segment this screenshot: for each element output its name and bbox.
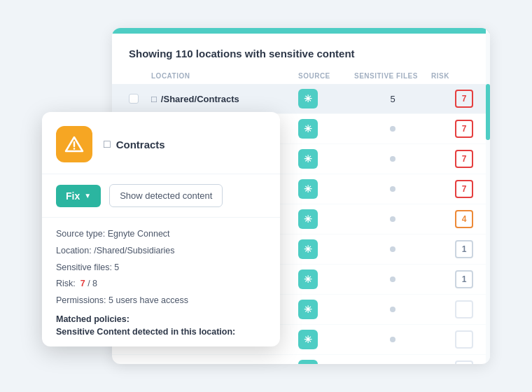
col-checkbox: [129, 72, 151, 80]
scrollbar[interactable]: [486, 28, 490, 364]
chevron-down-icon: ▼: [84, 192, 91, 200]
panel-header: Showing 110 locations with sensitive con…: [112, 34, 490, 68]
location-text: /Shared/Contracts: [161, 94, 239, 104]
table-row[interactable]: ✳: [112, 355, 490, 364]
col-risk: RISK: [431, 72, 473, 80]
popup-actions: Fix ▼ Show detected content: [42, 174, 280, 218]
sensitive-count: 5: [354, 94, 431, 104]
fix-label: Fix: [66, 190, 80, 202]
source-badge: ✳: [298, 239, 318, 259]
risk-badge: [455, 300, 473, 318]
row-checkbox[interactable]: [129, 94, 139, 104]
source-type-row: Source type: Egnyte Connect: [56, 227, 266, 241]
source-badge: ✳: [298, 330, 318, 349]
risk-max: / 8: [85, 279, 97, 288]
sensitive-files-row: Sensitive files: 5: [56, 261, 266, 274]
source-badge: ✳: [298, 360, 318, 364]
col-sensitive: SENSITIVE FILES: [354, 72, 431, 80]
sensitive-dot: [390, 186, 396, 192]
popup-card: □ Contracts Fix ▼ Show detected content …: [42, 112, 280, 346]
folder-icon-popup: □: [104, 138, 111, 150]
warning-icon-wrap: [56, 126, 92, 162]
popup-details: Source type: Egnyte Connect Location: /S…: [42, 218, 280, 346]
source-badge: ✳: [298, 209, 318, 229]
fix-button[interactable]: Fix ▼: [56, 185, 101, 207]
risk-badge: [455, 330, 473, 349]
risk-badge: 7: [455, 120, 473, 138]
risk-badge: 4: [455, 210, 473, 228]
col-source: SOURCE: [298, 72, 354, 80]
location-row: Location: /Shared/Subsidiaries: [56, 244, 266, 258]
source-badge: ✳: [298, 119, 318, 139]
risk-badge: 1: [455, 240, 473, 258]
table-header: LOCATION SOURCE SENSITIVE FILES RISK: [112, 68, 490, 84]
sensitive-dot: [390, 337, 396, 342]
risk-badge: 7: [455, 180, 473, 198]
show-content-label: Show detected content: [120, 190, 212, 201]
col-location: LOCATION: [151, 72, 298, 80]
permissions-row: Permissions: 5 users have access: [56, 294, 266, 307]
risk-badge: 7: [455, 150, 473, 168]
sensitive-detected-label: Sensitive Content detected in this locat…: [56, 327, 266, 337]
source-badge: ✳: [298, 149, 318, 169]
popup-title: □ Contracts: [104, 138, 165, 150]
svg-point-2: [74, 148, 76, 150]
table-row[interactable]: □ /Shared/Contracts ✳ 5 7: [112, 84, 490, 114]
sensitive-dot: [390, 216, 396, 222]
sensitive-dot: [390, 246, 396, 252]
risk-row: Risk: 7 / 8: [56, 277, 266, 290]
folder-icon: □: [151, 94, 157, 104]
popup-header: □ Contracts: [42, 112, 280, 174]
source-badge: ✳: [298, 89, 318, 108]
teal-accent-bar: [112, 28, 490, 34]
sensitive-dot: [390, 126, 396, 132]
warning-icon: [64, 134, 84, 154]
sensitive-dot: [390, 276, 396, 282]
matched-policies-label: Matched policies:: [56, 314, 266, 324]
source-badge: ✳: [298, 300, 318, 319]
scrollbar-thumb: [486, 84, 490, 140]
location-cell: □ /Shared/Contracts: [151, 94, 298, 104]
sensitive-dot: [390, 307, 396, 312]
source-badge: ✳: [298, 179, 318, 199]
risk-badge: 1: [455, 270, 473, 288]
source-badge: ✳: [298, 270, 318, 289]
popup-folder-name: Contracts: [116, 139, 165, 150]
show-content-button[interactable]: Show detected content: [109, 184, 223, 207]
sensitive-dot: [390, 156, 396, 162]
risk-value: 7: [80, 279, 85, 288]
risk-badge: 7: [455, 90, 473, 108]
risk-badge: [455, 360, 473, 364]
